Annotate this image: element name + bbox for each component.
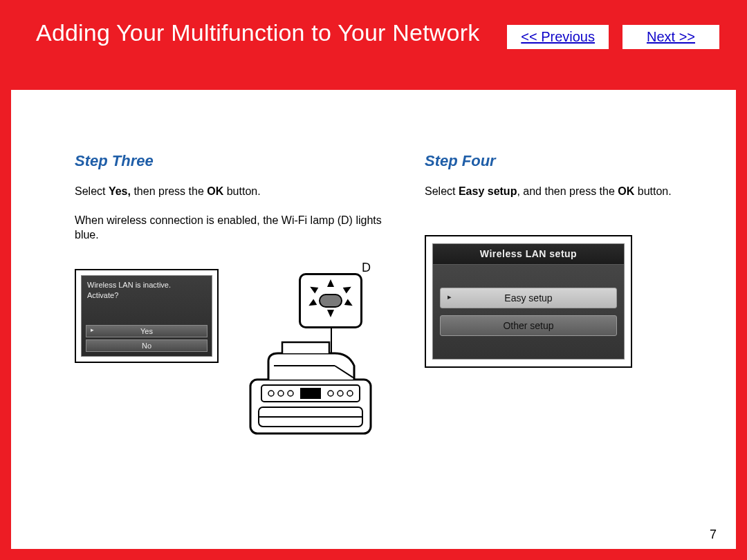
printer-illustration: D: [238, 269, 383, 442]
lcd-setup-screen: Wireless LAN setup Easy setup Other setu…: [432, 243, 625, 360]
t: then press the: [131, 185, 207, 197]
t: button.: [223, 185, 260, 197]
lcd-setup-frame: Wireless LAN setup Easy setup Other setu…: [425, 235, 632, 368]
lcd-option-other: Other setup: [440, 315, 617, 336]
next-link[interactable]: Next >>: [622, 25, 719, 49]
lcd-activate-screen: Wireless LAN is inactive. Activate? Yes …: [81, 275, 212, 357]
page-number: 7: [710, 528, 717, 542]
t-bold: Yes,: [109, 185, 131, 197]
lcd-option-no: No: [86, 339, 208, 352]
step-three-column: Step Three Select Yes, then press the OK…: [75, 152, 383, 442]
content-card: Step Three Select Yes, then press the OK…: [11, 90, 736, 549]
step-three-p2: When wireless connection is enabled, the…: [75, 213, 383, 243]
svg-rect-4: [300, 388, 321, 399]
t-bold: Easy setup: [459, 185, 517, 197]
step-four-text: Select Easy setup, and then press the OK…: [425, 184, 681, 199]
lcd-activate-frame: Wireless LAN is inactive. Activate? Yes …: [75, 269, 219, 363]
t-bold: OK: [207, 185, 223, 197]
t: , and then press the: [517, 185, 618, 197]
t: Select: [425, 185, 459, 197]
previous-link[interactable]: << Previous: [507, 25, 609, 49]
page-title: Adding Your Multifunction to Your Networ…: [36, 19, 493, 46]
step-three-title: Step Three: [75, 152, 383, 170]
lcd-option-easy: Easy setup: [440, 288, 617, 308]
printer-icon: [238, 331, 383, 442]
step-four-column: Step Four Select Easy setup, and then pr…: [425, 152, 681, 442]
lcd-option-yes: Yes: [86, 325, 208, 337]
step-three-text: Select Yes, then press the OK button. Wh…: [75, 184, 383, 243]
lcd-line1: Wireless LAN is inactive.: [87, 280, 206, 290]
wifi-lamp-icon: [313, 289, 349, 312]
t-bold: OK: [618, 185, 634, 197]
wifi-lamp-callout: [299, 273, 362, 328]
nav-links: << Previous Next >>: [493, 25, 719, 49]
header-bar: Adding Your Multifunction to Your Networ…: [0, 0, 747, 61]
t: button.: [634, 185, 671, 197]
lcd-line2: Activate?: [87, 290, 206, 301]
callout-d-label: D: [362, 261, 371, 275]
t: Select: [75, 185, 109, 197]
lcd-setup-title: Wireless LAN setup: [433, 244, 624, 265]
step-four-title: Step Four: [425, 152, 681, 170]
